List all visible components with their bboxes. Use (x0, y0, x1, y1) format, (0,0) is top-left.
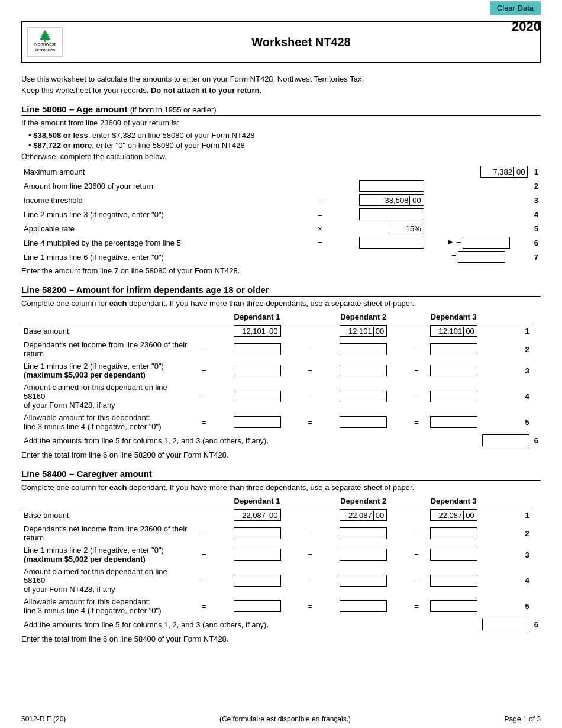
calc-row-3: Income threshold – 38,50800 3 (21, 193, 541, 207)
dep2-58400-3[interactable] (340, 549, 387, 561)
dep1-58400-2[interactable] (234, 527, 281, 539)
dep1-58200-1[interactable]: 12,10100 (234, 325, 281, 337)
dep1-header-58200: Dependant 1 (215, 311, 299, 323)
dep-58400-row-3: Line 1 minus line 2 (if negative, enter … (21, 544, 541, 565)
dep-header-row: Dependant 1 Dependant 2 Dependant 3 (21, 311, 541, 323)
field-58080-4[interactable] (359, 208, 424, 220)
note-58200: Enter the total from line 6 on line 5820… (21, 450, 541, 459)
field-58080-1[interactable]: 7,38200 (480, 166, 528, 178)
field-58080-6b[interactable] (463, 237, 510, 249)
calc-row-5: Applicable rate × 15% 5 (21, 221, 541, 236)
dep3-58200-5[interactable] (430, 416, 477, 428)
dep-58400-row-2: Dependant's net income from line 23600 o… (21, 523, 541, 544)
footer-code: 5012-D E (20) (21, 715, 66, 723)
dep1-58400-4[interactable] (234, 575, 281, 587)
section-58200-header: Line 58200 – Amount for infirm dependant… (21, 285, 541, 297)
dep1-58400-5[interactable] (234, 600, 281, 612)
dep3-58400-2[interactable] (430, 527, 477, 539)
calc-row-2: Amount from line 23600 of your return 2 (21, 179, 541, 193)
section-58400-sub: Complete one column for each dependant. … (21, 483, 541, 492)
section-58080-header: Line 58080 – Age amount (if born in 1955… (21, 104, 541, 116)
dep1-58200-5[interactable] (234, 416, 281, 428)
section-58400-header: Line 58400 – Caregiver amount (21, 469, 541, 481)
logo-text: Northwest Territories (29, 41, 61, 53)
dep-table-58200: Dependant 1 Dependant 2 Dependant 3 Base… (21, 311, 541, 448)
field-58080-6a[interactable] (359, 237, 424, 249)
dep2-58400-5[interactable] (340, 600, 387, 612)
dep-58200-row-3: Line 1 minus line 2 (if negative, enter … (21, 360, 541, 381)
dep2-58200-5[interactable] (340, 416, 387, 428)
logo: 🌲 Northwest Territories (27, 27, 63, 57)
dep-58200-row-1: Base amount 12,10100 12,10100 12,10100 1 (21, 323, 541, 339)
dep2-header-58200: Dependant 2 (321, 311, 405, 323)
dep1-58200-4[interactable] (234, 391, 281, 402)
field-58080-3[interactable]: 38,50800 (359, 194, 424, 206)
dep2-58400-2[interactable] (340, 527, 387, 539)
calc-label-1: Maximum amount (21, 165, 307, 179)
footer-page: Page 1 of 3 (505, 715, 541, 723)
dep-58200-row-2: Dependant's net income from line 23600 o… (21, 339, 541, 360)
dep-table-58400: Dependant 1 Dependant 2 Dependant 3 Base… (21, 495, 541, 632)
header-box: 🌲 Northwest Territories Worksheet NT428 (21, 21, 541, 63)
calc-row-6: Line 4 multiplied by the percentage from… (21, 236, 541, 250)
dep1-header-58400: Dependant 1 (215, 495, 299, 507)
intro-bold: Do not attach it to your return. (151, 86, 261, 95)
dep1-58400-3[interactable] (234, 549, 281, 561)
main-content: Use this worksheet to calculate the amou… (21, 63, 541, 643)
footer-french: (Ce formulaire est disponible en françai… (219, 715, 351, 723)
intro-line1: Use this worksheet to calculate the amou… (21, 75, 541, 83)
dep3-58400-3[interactable] (430, 549, 477, 561)
dep1-58200-2[interactable] (234, 343, 281, 355)
total-58400-6[interactable] (482, 619, 529, 630)
dep3-58200-4[interactable] (430, 391, 477, 402)
section-58200-sub: Complete one column for each dependant. … (21, 299, 541, 308)
calc-row-7: Line 1 minus line 6 (if negative, enter … (21, 250, 541, 264)
dep-58200-row-5: Allowable amount for this dependant:line… (21, 411, 541, 433)
dep3-58400-1[interactable]: 22,08700 (430, 509, 477, 521)
dep-58400-row-1: Base amount 22,08700 22,08700 22,08700 1 (21, 507, 541, 523)
dep2-header-58400: Dependant 2 (321, 495, 405, 507)
footer: 5012-D E (20) (Ce formulaire est disponi… (21, 715, 541, 723)
total-58200-6[interactable] (482, 434, 529, 446)
dep-58400-row-6: Add the amounts from line 5 for columns … (21, 617, 541, 632)
dep3-header-58400: Dependant 3 (428, 495, 480, 507)
dep-58400-row-4: Amount claimed for this dependant on lin… (21, 565, 541, 595)
dep2-58200-4[interactable] (340, 391, 387, 402)
otherwise-text: Otherwise, complete the calculation belo… (21, 152, 541, 161)
dep-58200-row-6: Add the amounts from line 5 for columns … (21, 433, 541, 448)
year-badge: 2020 (512, 19, 541, 34)
dep-58400-row-5: Allowable amount for this dependant:line… (21, 595, 541, 617)
dep-58200-row-4: Amount claimed for this dependant on lin… (21, 381, 541, 411)
dep3-58200-2[interactable] (430, 343, 477, 355)
logo-icon: 🌲 (38, 31, 51, 41)
dep2-58400-1[interactable]: 22,08700 (340, 509, 387, 521)
calc-table-58080: Maximum amount 7,38200 1 Amount from lin… (21, 165, 541, 264)
dep2-58400-4[interactable] (340, 575, 387, 587)
note-58080: Enter the amount from line 7 on line 580… (21, 266, 541, 275)
field-58080-5[interactable]: 15% (389, 223, 424, 234)
dep3-header-58200: Dependant 3 (428, 311, 480, 323)
field-58080-7[interactable] (458, 251, 505, 263)
dep3-58400-5[interactable] (430, 600, 477, 612)
dep3-58200-3[interactable] (430, 365, 477, 376)
dep-58400-header-row: Dependant 1 Dependant 2 Dependant 3 (21, 495, 541, 507)
bullet-87722: • $87,722 or more, enter "0" on line 580… (28, 141, 541, 150)
dep3-58400-4[interactable] (430, 575, 477, 587)
dep2-58200-3[interactable] (340, 365, 387, 376)
dep3-58200-1[interactable]: 12,10100 (430, 325, 477, 337)
calc-row-4: Line 2 minus line 3 (if negative, enter … (21, 207, 541, 221)
dep2-58200-2[interactable] (340, 343, 387, 355)
note-58400: Enter the total from line 6 on line 5840… (21, 634, 541, 643)
intro-line2: Keep this worksheet for your records. Do… (21, 86, 541, 95)
calc-row-1: Maximum amount 7,38200 1 (21, 165, 541, 179)
field-58080-2[interactable] (359, 180, 424, 192)
dep1-58200-3[interactable] (234, 365, 281, 376)
page-title: Worksheet NT428 (72, 36, 530, 49)
bullet-38508: • $38,508 or less, enter $7,382 on line … (28, 131, 541, 140)
dep2-58200-1[interactable]: 12,10100 (340, 325, 387, 337)
clear-data-button[interactable]: Clear Data (490, 1, 541, 15)
dep1-58400-1[interactable]: 22,08700 (234, 509, 281, 521)
section-58080-condition: If the amount from line 23600 of your re… (21, 118, 541, 127)
